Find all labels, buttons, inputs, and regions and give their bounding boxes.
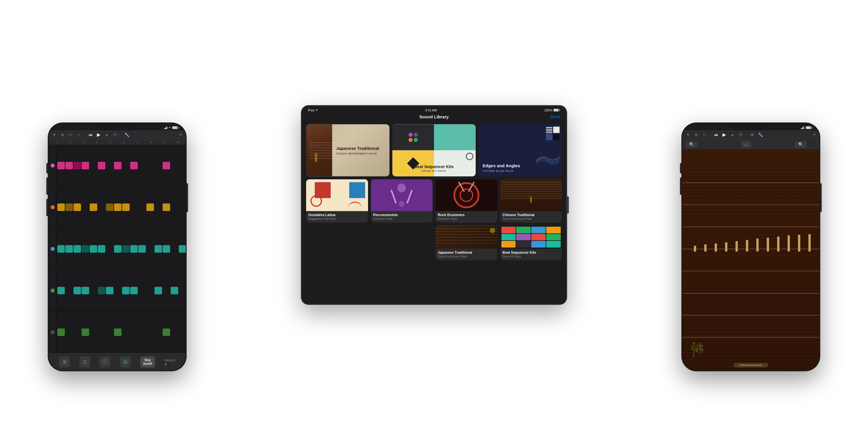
chinese-art xyxy=(500,179,562,211)
rock-type: Drummer Pack xyxy=(438,217,495,220)
add-button-right[interactable]: + xyxy=(813,132,816,138)
featured-beat-sequencer[interactable]: Beat Sequencer Kits DRUM KIT PACK xyxy=(392,124,476,177)
phone-tracks xyxy=(49,145,186,353)
beat-subtitle: DRUM KIT PACK xyxy=(392,169,476,173)
tracks-icon-right[interactable]: ⊞ xyxy=(694,132,699,137)
done-button[interactable]: Done xyxy=(551,114,560,119)
rock-art xyxy=(435,179,497,211)
track-1 xyxy=(49,145,186,186)
tablet-content: Japanese Traditional TOUCH INSTRUMENT PA… xyxy=(302,122,566,304)
volume-down-button xyxy=(46,177,48,195)
phone-right-status-right xyxy=(801,126,812,129)
notch-left xyxy=(97,123,137,130)
phone-right-subtoolbar: 🔍 ♩♩ 🔍 ♡ xyxy=(682,140,819,149)
add-track-button[interactable]: + xyxy=(179,132,182,138)
scroll-track xyxy=(739,365,763,366)
bamboo-icon: 🎋 xyxy=(688,342,706,358)
pack-gozadera[interactable]: Gozadera Latina Reggaeton Pop Pack xyxy=(306,179,368,223)
perc-info: Percussionists Drummer Pack xyxy=(371,211,433,223)
metronome-icon[interactable]: ⏱ xyxy=(113,132,117,137)
heart-icon[interactable]: ♡ xyxy=(812,142,816,147)
featured-japanese-traditional[interactable]: Japanese Traditional TOUCH INSTRUMENT PA… xyxy=(306,124,390,177)
track-4 xyxy=(49,270,186,311)
japanese-sm-info: Japanese Traditional Touch Instrument Pa… xyxy=(435,249,497,260)
sound-library-title: Sound Library xyxy=(419,114,449,119)
japanese-art xyxy=(306,124,332,177)
play-button-right[interactable]: ▶ xyxy=(722,132,726,137)
signal-icon-left xyxy=(164,126,167,129)
perc-type: Drummer Pack xyxy=(373,217,431,220)
rewind-button-right[interactable]: ⏮ xyxy=(714,132,718,137)
wrench-icon-right[interactable]: 🔧 xyxy=(758,132,763,137)
dropdown-icon[interactable]: ▼ xyxy=(52,132,57,137)
track-4-cells xyxy=(57,270,186,311)
dropdown-icon-right[interactable]: ▼ xyxy=(686,132,690,137)
edges-grid xyxy=(546,127,560,140)
track-1-color xyxy=(51,163,55,167)
grid-view-button[interactable]: ⊞ xyxy=(59,356,70,368)
track-5 xyxy=(49,311,186,353)
chinese-name: Chinese Traditional xyxy=(503,213,560,217)
tablet-statusbar-left: iPad ▾ xyxy=(308,108,318,112)
info-button[interactable]: ⓘ xyxy=(99,356,111,368)
step-button[interactable]: ⊡ xyxy=(79,356,90,368)
record-button-right[interactable]: ● xyxy=(730,132,735,137)
power-button-left xyxy=(187,183,188,212)
scroll-indicator[interactable] xyxy=(734,363,768,368)
beat-q4 xyxy=(434,151,476,177)
zoom-in-button[interactable]: 🔍 xyxy=(686,141,698,148)
track-1-icon xyxy=(49,145,57,186)
rewind-button[interactable]: ⏮ xyxy=(88,132,93,137)
step-on-off-button[interactable]: StepOn/Off xyxy=(140,356,155,368)
phone-left-bottom-bar: ⊞ ⊡ ⓘ ⏻ StepOn/Off Velocity ▲ xyxy=(49,353,186,370)
volume-up-button xyxy=(46,163,48,173)
featured-row: Japanese Traditional TOUCH INSTRUMENT PA… xyxy=(306,124,562,177)
volume-up-button-right xyxy=(680,163,681,173)
koto-instrument-display[interactable]: 🎋 xyxy=(682,149,819,370)
edges-waves-svg xyxy=(536,151,560,165)
featured-edges-angles[interactable]: Edges and Angles FUTURE BASS PACK xyxy=(478,124,562,177)
perc-name: Percussionists xyxy=(373,213,431,217)
phone-left-grid: 1 2 3 4 5 6 7 8 9 10 xyxy=(49,140,186,353)
tracks-icon[interactable]: ⊞ xyxy=(60,132,65,137)
gozadera-info: Gozadera Latina Reggaeton Pop Pack xyxy=(306,211,368,223)
track-5-cells xyxy=(57,311,186,353)
track-3-icon xyxy=(49,228,57,269)
record-button[interactable]: ● xyxy=(104,132,109,137)
zoom-out-button[interactable]: 🔍 xyxy=(795,141,807,148)
tuner-icon[interactable]: ↕↕ xyxy=(76,132,81,137)
track-3 xyxy=(49,228,186,270)
mixer-icon[interactable]: ≡↕ xyxy=(68,132,73,137)
iphone-left: ▾ ▼ ⊞ ≡↕ ↕↕ ⏮ ▶ ● ⏱ xyxy=(48,122,187,371)
tuner-icon-right[interactable]: ↕↕ xyxy=(702,132,707,137)
rock-info: Rock Drummers Drummer Pack xyxy=(435,211,497,223)
beat-title: Beat Sequencer Kits xyxy=(392,164,476,169)
volume-down-button-right xyxy=(680,177,681,195)
pack-chinese-traditional[interactable]: Chinese Traditional Touch Instrument Pac… xyxy=(500,179,562,223)
pack-japanese-traditional-2[interactable]: Japanese Traditional Touch Instrument Pa… xyxy=(435,226,497,260)
tablet-statusbar: iPad ▾ 9:41 AM 100% xyxy=(302,106,566,113)
rock-name: Rock Drummers xyxy=(438,213,495,217)
play-button[interactable]: ▶ xyxy=(96,132,101,137)
track-1-cells xyxy=(57,145,186,186)
velocity-button[interactable]: Velocity ▲ xyxy=(164,356,175,368)
signal-icon-right xyxy=(801,126,804,129)
battery-icon xyxy=(554,108,560,112)
pack-rock-drummers[interactable]: Rock Drummers Drummer Pack xyxy=(435,179,497,223)
japanese-text: Japanese Traditional TOUCH INSTRUMENT PA… xyxy=(332,142,390,159)
track-5-color xyxy=(51,330,55,334)
pack-percussionists[interactable]: Percussionists Drummer Pack xyxy=(371,179,433,223)
settings-icon[interactable]: 🔧 xyxy=(124,132,129,137)
track-4-color xyxy=(51,288,55,292)
power-toggle[interactable]: ⏻ xyxy=(120,356,131,368)
ipad-label: iPad xyxy=(308,108,314,112)
beat-q3 xyxy=(392,151,434,177)
track-2-color xyxy=(51,205,55,209)
gear-icon-right[interactable]: ⚙ xyxy=(750,132,754,137)
chinese-info: Chinese Traditional Touch Instrument Pac… xyxy=(500,211,562,223)
japanese-subtitle: TOUCH INSTRUMENT PACK xyxy=(336,152,385,155)
metronome-icon-right[interactable]: ⏱ xyxy=(738,132,743,137)
phone-left-status-right: ▾ xyxy=(164,126,179,129)
note-button[interactable]: ♩♩ xyxy=(741,141,751,148)
pack-beat-sequencer-2[interactable]: Beat Sequencer Kits Drum Kit Pack xyxy=(500,226,562,260)
